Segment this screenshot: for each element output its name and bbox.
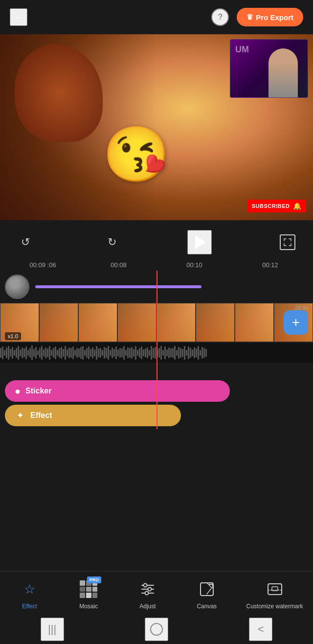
wbar xyxy=(59,348,60,357)
play-icon xyxy=(195,235,206,249)
effect-track[interactable]: ✦ Effect xyxy=(5,405,181,426)
progress-bar[interactable] xyxy=(35,285,201,288)
wbar xyxy=(141,346,142,359)
pro-export-button[interactable]: ♛ Pro Export xyxy=(237,8,303,26)
nav-recents-button[interactable]: ||| xyxy=(41,618,64,641)
wbar xyxy=(182,349,183,357)
wbar xyxy=(45,347,46,358)
wbar xyxy=(78,348,80,357)
effect-star-icon: ☆ xyxy=(24,582,35,597)
nav-home-button[interactable] xyxy=(145,618,168,641)
wbar xyxy=(74,350,76,356)
wbar xyxy=(143,349,144,356)
mosaic-cell xyxy=(80,587,85,592)
system-navigation: ||| < xyxy=(0,617,313,644)
wbar xyxy=(184,346,185,360)
film-frame xyxy=(117,303,156,342)
adjust-icon-wrap xyxy=(137,578,158,600)
pip-video-overlay[interactable]: UM xyxy=(230,39,308,98)
wbar xyxy=(51,350,52,356)
tool-adjust[interactable]: Adjust xyxy=(128,578,167,610)
mosaic-cell xyxy=(92,593,98,598)
wbar xyxy=(123,346,125,359)
wbar xyxy=(151,346,152,359)
mosaic-cell xyxy=(92,587,98,592)
tool-canvas[interactable]: Canvas xyxy=(187,578,226,610)
nav-back-button[interactable]: < xyxy=(249,618,272,641)
wbar xyxy=(186,350,187,355)
wbar xyxy=(4,350,5,356)
wbar xyxy=(100,348,101,358)
top-right-actions: ? ♛ Pro Export xyxy=(211,8,303,26)
wbar xyxy=(18,346,19,359)
watermark-label: Customize watermark xyxy=(246,603,303,610)
watermark-icon-wrap xyxy=(264,578,286,600)
add-track-button[interactable]: + xyxy=(284,310,308,335)
wbar xyxy=(133,349,134,357)
wbar xyxy=(23,348,25,357)
wbar xyxy=(47,348,48,357)
wbar xyxy=(33,349,35,357)
wbar xyxy=(125,350,127,356)
wbar xyxy=(72,346,74,359)
svg-point-1 xyxy=(143,584,147,587)
effect-label: Effect xyxy=(22,603,37,610)
mosaic-icon-wrap: PRO xyxy=(78,578,99,600)
playback-controls: ↺ ↻ xyxy=(0,225,313,259)
sticker-track-icon: ● xyxy=(15,386,21,397)
mosaic-cell xyxy=(80,580,85,586)
wbar xyxy=(31,345,33,360)
wbar xyxy=(203,348,205,358)
fullscreen-button[interactable] xyxy=(277,231,298,253)
wbar xyxy=(106,348,107,357)
wbar xyxy=(149,350,150,356)
redo-button[interactable]: ↻ xyxy=(101,231,123,253)
wbar xyxy=(84,350,86,355)
help-icon: ? xyxy=(218,13,223,22)
subscribed-label: SUBSCRIBED xyxy=(252,203,290,209)
add-icon: + xyxy=(292,316,300,329)
pip-person-silhouette xyxy=(268,48,298,97)
timeline-area: ↺ ↻ 00:09 :06 00:08 00:10 00:12 xyxy=(0,220,313,429)
play-button[interactable] xyxy=(187,230,212,254)
wbar xyxy=(174,346,176,359)
help-button[interactable]: ? xyxy=(211,8,229,26)
time-0010: 00:10 xyxy=(156,261,232,269)
film-frame xyxy=(156,303,196,342)
wbar xyxy=(147,347,148,358)
wbar xyxy=(14,350,15,355)
wbar xyxy=(160,346,162,360)
tool-mosaic[interactable]: PRO Mosaic xyxy=(69,578,108,610)
wbar xyxy=(180,348,181,358)
svg-point-3 xyxy=(148,588,151,591)
wbar xyxy=(129,348,131,357)
wbar xyxy=(127,347,129,358)
wbar xyxy=(164,346,166,359)
tool-watermark[interactable]: Customize watermark xyxy=(246,578,303,610)
tool-effect[interactable]: ☆ Effect xyxy=(10,578,49,610)
avatar-thumbnail[interactable] xyxy=(5,275,29,299)
wbar xyxy=(49,346,50,360)
sticker-track-label: Sticker xyxy=(25,387,51,395)
emoji-sticker[interactable]: 😘 xyxy=(103,122,166,186)
pro-badge: PRO xyxy=(87,576,102,583)
wbar xyxy=(110,350,111,355)
avatar-inner xyxy=(6,276,28,298)
mosaic-cell xyxy=(86,593,91,598)
sticker-track[interactable]: ● Sticker xyxy=(5,380,230,402)
wbar xyxy=(6,347,7,358)
wbar xyxy=(65,346,66,359)
pip-bg-text: UM xyxy=(235,45,249,55)
wbar xyxy=(80,347,82,359)
back-button[interactable]: ← xyxy=(10,8,27,26)
time-0906: 00:09 :06 xyxy=(5,261,81,269)
undo-button[interactable]: ↺ xyxy=(15,231,36,253)
wbar xyxy=(86,348,88,357)
wbar xyxy=(137,350,138,355)
back-icon: ← xyxy=(13,10,24,24)
wbar xyxy=(166,349,168,356)
adjust-icon xyxy=(139,580,156,598)
wbar xyxy=(196,348,197,357)
wbar xyxy=(27,350,29,356)
adjust-label: Adjust xyxy=(139,603,156,610)
